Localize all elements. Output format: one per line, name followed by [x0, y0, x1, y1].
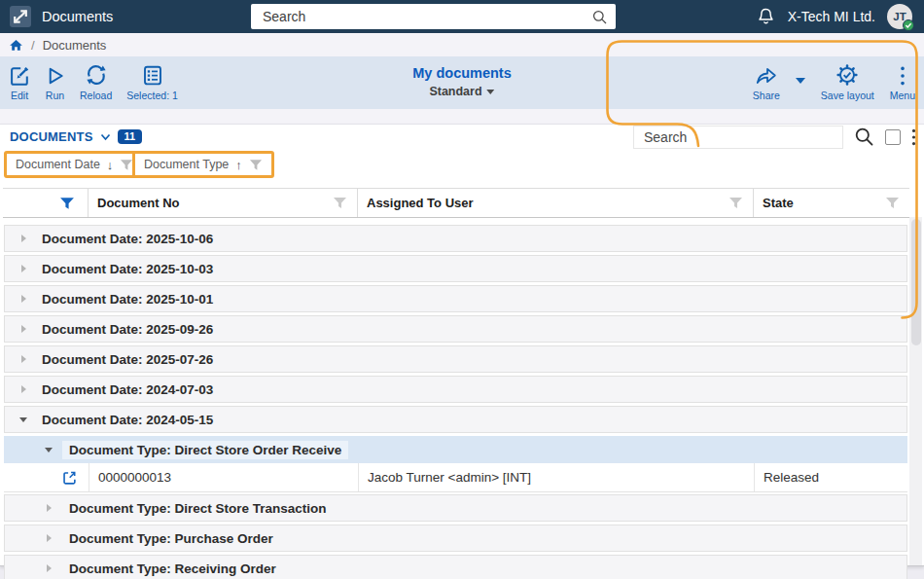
grid-title[interactable]: DOCUMENTS	[10, 129, 93, 144]
run-button[interactable]: Run	[45, 63, 65, 101]
save-layout-label: Save layout	[821, 90, 874, 101]
save-layout-gear-icon	[835, 63, 859, 87]
group-label: Document Date: 2024-07-03	[42, 382, 213, 397]
chip-label: Document Type	[144, 158, 229, 171]
column-label: Document No	[97, 196, 180, 210]
scrollbar-thumb[interactable]	[911, 219, 921, 345]
cell-assigned-to: Jacob Turner <admin> [INT]	[359, 463, 755, 491]
filter-icon[interactable]	[249, 159, 263, 171]
column-header-document-no[interactable]: Document No	[89, 189, 358, 217]
global-search[interactable]	[251, 4, 616, 29]
group-chip-document-type[interactable]: Document Type ↑	[132, 151, 274, 178]
share-label: Share	[753, 90, 780, 101]
breadcrumb-current[interactable]: Documents	[43, 38, 107, 53]
group-label: Document Type: Direct Store Order Receiv…	[62, 441, 348, 459]
expand-icon[interactable]	[18, 234, 28, 243]
menu-label: Menu	[890, 90, 915, 101]
record-count-badge: 11	[118, 129, 143, 144]
selected-label: Selected: 1	[126, 90, 178, 101]
view-selector[interactable]: My documents Standard	[412, 65, 512, 98]
section-gap	[0, 109, 924, 124]
selected-button[interactable]: Selected: 1	[126, 63, 178, 101]
group-row[interactable]: Document Date: 2025-10-03	[4, 255, 907, 282]
expand-icon[interactable]	[18, 384, 28, 394]
share-icon	[754, 63, 779, 87]
user-avatar[interactable]: JT	[887, 4, 912, 29]
group-label: Document Date: 2025-10-03	[42, 262, 213, 276]
app-title: Documents	[42, 9, 113, 24]
reload-label: Reload	[80, 90, 112, 101]
sort-desc-icon[interactable]: ↓	[107, 158, 114, 172]
table-row[interactable]: 0000000013Jacob Turner <admin> [INT]Rele…	[4, 463, 907, 492]
grid-search-input[interactable]	[642, 128, 835, 146]
column-header-state[interactable]: State	[754, 189, 909, 217]
group-row[interactable]: Document Type: Receiving Order	[4, 555, 907, 579]
run-label: Run	[46, 90, 64, 101]
group-row[interactable]: Document Type: Purchase Order	[4, 525, 907, 552]
group-label: Document Date: 2025-10-06	[42, 232, 213, 246]
filter-icon[interactable]	[333, 197, 347, 209]
expand-icon[interactable]	[18, 264, 28, 273]
group-label: Document Type: Purchase Order	[69, 531, 273, 546]
expand-icon[interactable]	[18, 354, 28, 364]
expand-icon[interactable]	[44, 533, 53, 543]
app-logo-icon[interactable]	[10, 6, 31, 27]
group-label: Document Type: Receiving Order	[69, 561, 276, 576]
company-selector[interactable]: X-Tech MI Ltd.	[788, 9, 875, 24]
edit-button[interactable]: Edit	[9, 63, 30, 101]
view-variant[interactable]: Standard	[429, 85, 481, 98]
select-all-checkbox-icon[interactable]	[885, 129, 901, 145]
expand-icon[interactable]	[18, 324, 28, 334]
top-app-bar: Documents X-Tech MI Ltd. JT	[0, 0, 924, 33]
group-chip-document-date[interactable]: Document Date ↓	[4, 151, 145, 178]
vertical-scrollbar[interactable]	[909, 217, 922, 565]
group-label: Document Date: 2024-05-15	[42, 413, 213, 427]
group-label: Document Date: 2025-09-26	[42, 322, 213, 337]
selected-list-icon	[142, 63, 163, 87]
reload-button[interactable]: Reload	[80, 63, 112, 101]
grid-title-dropdown[interactable]: DOCUMENTS 11	[10, 129, 142, 144]
global-search-input[interactable]	[261, 8, 591, 25]
group-row[interactable]: Document Type: Direct Store Transaction	[4, 494, 907, 522]
filter-icon[interactable]	[729, 197, 743, 209]
group-row[interactable]: Document Date: 2025-10-01	[4, 285, 907, 312]
group-row[interactable]: Document Date: 2024-07-03	[4, 376, 907, 403]
notifications-bell-icon[interactable]	[756, 6, 776, 27]
home-icon[interactable]	[9, 38, 23, 52]
filter-icon[interactable]	[885, 197, 900, 209]
sort-asc-icon[interactable]: ↑	[235, 158, 242, 172]
group-row[interactable]: Document Type: Direct Store Order Receiv…	[4, 436, 907, 463]
collapse-icon[interactable]	[18, 416, 28, 423]
column-label: State	[763, 196, 794, 210]
view-title[interactable]: My documents	[412, 65, 512, 81]
chevron-down-icon	[487, 90, 495, 94]
group-row[interactable]: Document Date: 2024-05-15	[4, 406, 907, 433]
collapse-icon[interactable]	[44, 447, 53, 453]
group-row[interactable]: Document Date: 2025-09-26	[4, 315, 907, 343]
open-record-icon[interactable]	[60, 469, 78, 487]
breadcrumb-separator: /	[31, 38, 35, 53]
table-body: Document Date: 2025-10-06Document Date: …	[4, 225, 907, 579]
column-header-assigned-to-user[interactable]: Assigned To User	[358, 189, 754, 217]
share-dropdown-icon[interactable]	[796, 78, 805, 84]
grid-menu-icon[interactable]	[911, 128, 916, 146]
share-button[interactable]: Share	[753, 63, 780, 101]
run-icon	[45, 63, 65, 87]
group-row[interactable]: Document Date: 2025-10-06	[4, 225, 907, 252]
search-icon[interactable]	[591, 9, 608, 25]
expand-icon[interactable]	[44, 563, 53, 573]
group-row[interactable]: Document Date: 2025-07-26	[4, 345, 907, 373]
edit-label: Edit	[11, 90, 28, 101]
expand-icon[interactable]	[18, 294, 28, 304]
save-layout-button[interactable]: Save layout	[821, 63, 874, 101]
menu-button[interactable]: Menu	[890, 63, 915, 101]
cell-document-no: 0000000013	[89, 463, 359, 491]
expand-icon[interactable]	[44, 503, 53, 513]
column-header-selection[interactable]	[3, 189, 89, 217]
grid-search[interactable]	[633, 126, 843, 149]
chevron-down-icon	[100, 133, 111, 141]
search-icon[interactable]	[854, 127, 874, 147]
reload-icon	[85, 63, 108, 87]
group-label: Document Date: 2025-10-01	[42, 292, 213, 307]
filter-icon-active[interactable]	[59, 197, 75, 210]
